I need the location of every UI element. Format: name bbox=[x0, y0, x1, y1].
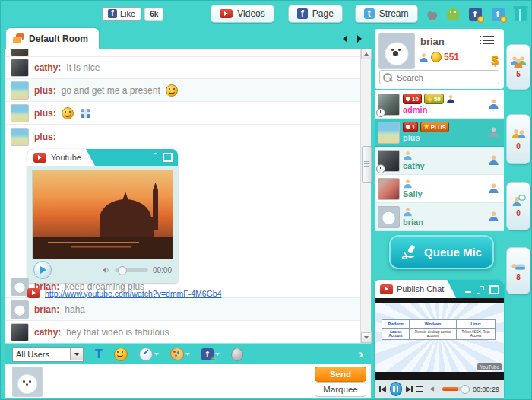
slide-table: Platform Windows Linux Access Account Re… bbox=[382, 319, 496, 340]
emoticon-picker-button[interactable] bbox=[114, 348, 128, 361]
coin-icon bbox=[431, 52, 442, 62]
fullscreen-icon[interactable] bbox=[163, 153, 173, 162]
gift-icon[interactable] bbox=[515, 9, 527, 21]
scrollbar-thumb[interactable] bbox=[362, 146, 372, 183]
roster-row-sally[interactable]: Sally bbox=[375, 175, 504, 203]
user-status-icon[interactable] bbox=[488, 126, 499, 138]
playlist-icon[interactable] bbox=[416, 386, 423, 392]
side-tab-all-members[interactable]: 5 bbox=[506, 44, 530, 90]
apple-icon[interactable] bbox=[424, 7, 437, 21]
facebook-add-icon[interactable]: f bbox=[469, 8, 482, 21]
facebook-page-button[interactable]: f Page bbox=[288, 5, 343, 23]
composer-toolbar: All Users T f › bbox=[5, 343, 371, 364]
avatar bbox=[378, 122, 400, 144]
seek-knob[interactable] bbox=[461, 385, 470, 394]
profile-card: brian 551 $ bbox=[375, 29, 504, 89]
fullscreen-icon[interactable] bbox=[489, 285, 499, 294]
chat-panel: Default Room cathy It is nice plus go an… bbox=[5, 28, 371, 398]
stream-label: Stream bbox=[379, 8, 409, 19]
message-text: haha bbox=[65, 304, 85, 315]
search-input[interactable] bbox=[395, 72, 496, 83]
user-status-icon[interactable] bbox=[488, 98, 499, 110]
popout-icon[interactable] bbox=[150, 153, 157, 160]
volume-slider[interactable] bbox=[115, 268, 148, 272]
page-label: Page bbox=[312, 8, 334, 19]
message-text: keep dreaming plus bbox=[65, 281, 144, 292]
volume-icon[interactable] bbox=[430, 385, 437, 393]
audience-select[interactable]: All Users bbox=[12, 347, 84, 362]
publish-chat-titlebar: Publish Chat bbox=[375, 280, 504, 298]
roster-row-admin[interactable]: 10 50 admin bbox=[375, 90, 504, 119]
user-status-icon[interactable] bbox=[488, 211, 499, 222]
next-track-button[interactable] bbox=[406, 386, 413, 392]
smiley-emoticon bbox=[166, 84, 178, 97]
twitter-add-icon[interactable]: t bbox=[492, 8, 505, 21]
marquee-button[interactable]: Marquee bbox=[315, 382, 366, 397]
clipped-message-row bbox=[5, 49, 360, 57]
videos-button[interactable]: Videos bbox=[211, 5, 274, 23]
microphone-icon bbox=[401, 244, 418, 261]
two-people-icon bbox=[511, 129, 526, 140]
message-text: hey that video is fabulous bbox=[66, 327, 169, 338]
embed-title: Youtube bbox=[51, 153, 81, 162]
shield-icon bbox=[406, 97, 410, 102]
list-view-icon[interactable] bbox=[483, 36, 494, 44]
android-icon[interactable] bbox=[447, 8, 459, 20]
previous-track-button[interactable] bbox=[379, 386, 386, 392]
avatar bbox=[11, 59, 29, 77]
member-icon bbox=[403, 179, 413, 189]
avatar bbox=[11, 49, 29, 56]
roster-row-cathy[interactable]: cathy bbox=[375, 147, 504, 175]
room-tab-strip: Default Room bbox=[5, 28, 371, 49]
side-tab-away[interactable]: 8 bbox=[506, 247, 530, 294]
send-button[interactable]: Send bbox=[315, 367, 366, 382]
tab-scroll-right-icon[interactable] bbox=[357, 35, 362, 43]
scroll-down-button[interactable] bbox=[361, 332, 372, 343]
facebook-share-button[interactable]: f bbox=[201, 348, 220, 360]
dollar-icon[interactable]: $ bbox=[492, 53, 499, 68]
twitter-stream-button[interactable]: t Stream bbox=[355, 5, 418, 23]
roster-row-plus[interactable]: 1 ★PLUS plus bbox=[375, 119, 504, 147]
pencil-icon bbox=[139, 348, 153, 361]
chat-scrollbar[interactable] bbox=[360, 49, 371, 343]
toolbar-expand-icon[interactable]: › bbox=[359, 348, 363, 360]
roster-row-brian[interactable]: brian bbox=[375, 203, 504, 231]
profile-avatar[interactable] bbox=[378, 33, 415, 69]
dropdown-arrow-icon[interactable] bbox=[70, 348, 83, 360]
private-message-button[interactable] bbox=[231, 348, 243, 361]
user-status-icon[interactable] bbox=[488, 183, 499, 194]
away-clock-icon bbox=[376, 108, 385, 117]
text-format-button[interactable]: T bbox=[95, 348, 103, 360]
tab-scroll-left-icon[interactable] bbox=[343, 35, 347, 43]
message-input[interactable] bbox=[49, 369, 264, 393]
caret-down-icon bbox=[185, 353, 190, 356]
minimize-icon[interactable] bbox=[465, 291, 471, 293]
caret-down-icon bbox=[215, 353, 220, 356]
video-thumbnail[interactable] bbox=[32, 170, 173, 259]
gift-emoticon bbox=[81, 109, 90, 118]
caret-down-icon bbox=[154, 353, 159, 356]
tab-default-room[interactable]: Default Room bbox=[6, 28, 99, 49]
side-tab-friends[interactable]: 0 bbox=[506, 114, 530, 164]
volume-icon[interactable] bbox=[102, 266, 110, 275]
tab-count: 0 bbox=[516, 142, 521, 151]
facebook-like-button[interactable]: f Like bbox=[102, 7, 141, 21]
queue-mic-button[interactable]: Queue Mic bbox=[389, 235, 494, 269]
seek-bar[interactable] bbox=[442, 387, 469, 391]
facebook-icon: f bbox=[297, 8, 308, 19]
draw-tool-button[interactable] bbox=[139, 348, 159, 361]
scroll-up-button[interactable] bbox=[361, 49, 372, 59]
chat-message-embed: plus Youtube bbox=[5, 125, 360, 275]
play-button[interactable] bbox=[33, 261, 52, 279]
avatar bbox=[11, 300, 29, 319]
user-status-icon[interactable] bbox=[488, 154, 499, 166]
publish-video-area[interactable]: Platform Windows Linux Access Account Re… bbox=[375, 298, 504, 380]
message-username: plus bbox=[34, 108, 56, 119]
chat-message: cathy It is nice bbox=[5, 57, 360, 79]
person-speaking-icon bbox=[511, 195, 526, 207]
coin-badge: 50 bbox=[424, 94, 444, 104]
color-palette-button[interactable] bbox=[170, 348, 190, 360]
popout-icon[interactable] bbox=[477, 286, 484, 294]
side-tab-on-mic[interactable]: 0 bbox=[506, 182, 530, 230]
pause-button[interactable] bbox=[390, 382, 402, 396]
